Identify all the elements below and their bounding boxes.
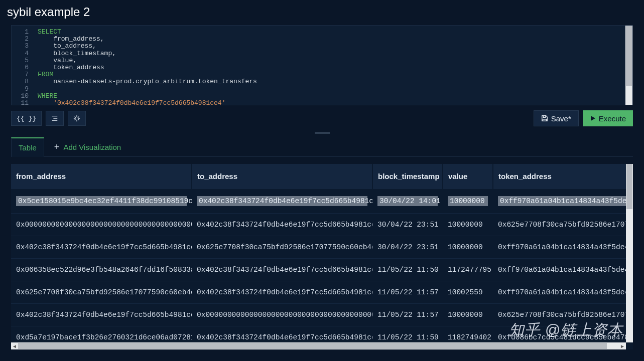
table-row[interactable]: 0x402c38f343724f0db4e6e19f7cc5d665b4981c… [11, 236, 633, 259]
result-tabs: Table + Add Visualization [11, 137, 633, 157]
table-cell[interactable]: 10000000 [443, 189, 493, 214]
table-cell[interactable]: 0xff970a61a04b1ca14834a43f5de4 [493, 189, 633, 214]
execute-button-label: Execute [599, 114, 626, 123]
results-table: from_addressto_addressblock_timestampval… [11, 164, 633, 348]
table-cell[interactable]: 0x625e7708f30ca75bfd92586e1707 [493, 304, 633, 326]
sql-editor[interactable]: 1234567891011 SELECT from_address, to_ad… [11, 25, 633, 105]
add-visualization-label: Add Visualization [63, 143, 121, 151]
braces-button[interactable]: {{ }} [11, 111, 42, 126]
table-row[interactable]: 0x402c38f343724f0db4e6e19f7cc5d665b4981c… [11, 304, 633, 326]
plus-icon: + [54, 142, 60, 152]
column-header[interactable]: value [443, 164, 493, 189]
save-button-label: Save* [551, 114, 571, 123]
table-cell[interactable]: 0x625e7708f30ca75bfd92586e17077590c60eb4… [11, 281, 192, 304]
add-visualization-button[interactable]: + Add Visualization [54, 142, 121, 152]
table-cell[interactable]: 0x402c38f343724f0db4e6e19f7cc5d665b4981c… [11, 236, 192, 259]
scroll-right-arrow-icon[interactable]: ► [619, 342, 626, 349]
format-icon [51, 115, 58, 122]
table-row[interactable]: 0x625e7708f30ca75bfd92586e17077590c60eb4… [11, 281, 633, 304]
table-header-row: from_addressto_addressblock_timestampval… [11, 164, 633, 189]
table-cell[interactable]: 10000000 [443, 304, 493, 326]
column-header[interactable]: block_timestamp [372, 164, 443, 189]
table-row[interactable]: 0x5ce158015e9bc4ec32ef4411f38dc99108519c… [11, 189, 633, 214]
table-cell[interactable]: 11/05/22 11:50 [372, 259, 443, 281]
table-cell[interactable]: 10000000 [443, 236, 493, 259]
table-cell[interactable]: 0x625e7708f30ca75bfd92586e17077590c60eb4… [192, 236, 372, 259]
play-icon [590, 115, 596, 121]
table-cell[interactable]: 0x402c38f343724f0db4e6e19f7cc5d665b4981c… [192, 189, 372, 214]
table-cell[interactable]: 0x402c38f343724f0db4e6e19f7cc5d665b4981c… [192, 259, 372, 281]
table-cell[interactable]: 0x625e7708f30ca75bfd92586e1707 [493, 214, 633, 236]
table-cell[interactable]: 10000000 [443, 214, 493, 236]
table-cell[interactable]: 0x402c38f343724f0db4e6e19f7cc5d665b4981c… [192, 281, 372, 304]
resize-handle[interactable] [0, 131, 644, 134]
results-panel: from_addressto_addressblock_timestampval… [11, 164, 633, 349]
execute-button[interactable]: Execute [583, 110, 633, 126]
table-cell[interactable]: 0xff970a61a04b1ca14834a43f5de4 [493, 236, 633, 259]
table-cell[interactable]: 10002559 [443, 281, 493, 304]
table-cell[interactable]: 0xff970a61a04b1ca14834a43f5de4 [493, 281, 633, 304]
table-cell[interactable]: 0x00000000000000000000000000000000000000… [11, 214, 192, 236]
table-cell[interactable]: 0x5ce158015e9bc4ec32ef4411f38dc99108519c… [11, 189, 192, 214]
cancel-query-button[interactable] [68, 111, 86, 126]
table-row[interactable]: 0x066358ec522d96e3fb548a2646f7dd16f50833… [11, 259, 633, 281]
format-button[interactable] [46, 111, 64, 126]
column-header[interactable]: from_address [11, 164, 192, 189]
table-body: 0x5ce158015e9bc4ec32ef4411f38dc99108519c… [11, 189, 633, 349]
scroll-left-arrow-icon[interactable]: ◄ [11, 342, 18, 349]
table-cell[interactable]: 0x402c38f343724f0db4e6e19f7cc5d665b4981c… [11, 304, 192, 326]
table-cell[interactable]: 0x402c38f343724f0db4e6e19f7cc5d665b4981c… [192, 214, 372, 236]
results-scrollbar-vertical[interactable] [626, 164, 633, 342]
table-cell[interactable]: 0x00000000000000000000000000000000000000… [192, 304, 372, 326]
page-title: sybil example 2 [0, 0, 644, 25]
results-scrollbar-horizontal[interactable]: ◄ ► [11, 342, 626, 349]
table-cell[interactable]: 0xff970a61a04b1ca14834a43f5de4 [493, 259, 633, 281]
editor-toolbar: {{ }} Save* Execute [11, 105, 633, 131]
table-cell[interactable]: 11/05/22 11:57 [372, 304, 443, 326]
table-cell[interactable]: 30/04/22 23:51 [372, 236, 443, 259]
editor-scrollbar-vertical[interactable] [625, 26, 632, 105]
column-header[interactable]: token_address [493, 164, 633, 189]
table-cell[interactable]: 11/05/22 11:57 [372, 281, 443, 304]
editor-gutter: 1234567891011 [12, 26, 33, 105]
spark-icon [73, 115, 80, 122]
table-cell[interactable]: 0x066358ec522d96e3fb548a2646f7dd16f50833… [11, 259, 192, 281]
table-cell[interactable]: 30/04/22 23:51 [372, 214, 443, 236]
save-button[interactable]: Save* [534, 110, 579, 126]
column-header[interactable]: to_address [192, 164, 372, 189]
table-row[interactable]: 0x00000000000000000000000000000000000000… [11, 214, 633, 236]
tab-table[interactable]: Table [11, 137, 44, 157]
table-cell[interactable]: 30/04/22 14:01 [372, 189, 443, 214]
save-icon [541, 115, 548, 122]
editor-code[interactable]: SELECT from_address, to_address, block_t… [33, 26, 257, 105]
table-cell[interactable]: 1172477795 [443, 259, 493, 281]
